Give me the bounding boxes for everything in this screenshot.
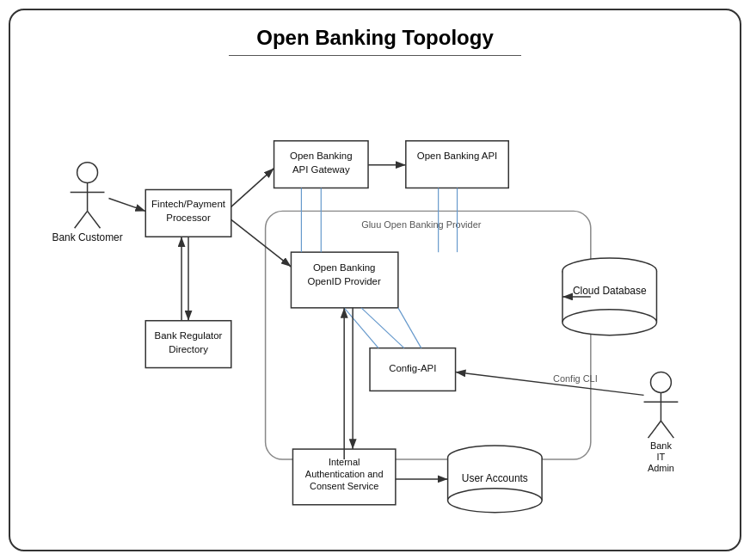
- internal-auth-label-line2: Authentication and: [305, 469, 384, 479]
- provider-box: [266, 211, 591, 459]
- config-cli-label: Config CLI: [553, 373, 598, 384]
- cloud-db-label-line1: Cloud Database: [573, 285, 647, 297]
- internal-auth-label-line3: Consent Service: [310, 481, 378, 491]
- bank-regulator-label-line1: Bank Regulator: [155, 330, 223, 341]
- diagram-frame: Open Banking Topology Bank Customer: [9, 9, 741, 551]
- fintech-label-line2: Processor: [166, 212, 211, 223]
- bank-it-admin-head: [650, 372, 671, 392]
- bank-it-admin-leg-left: [649, 421, 661, 438]
- arrow-fintech-to-gateway: [231, 169, 274, 207]
- config-api-label: Config-API: [389, 363, 436, 373]
- blue-line-2: [361, 308, 404, 348]
- blue-line-3: [398, 308, 421, 348]
- api-gateway-label-line1: Open Banking: [290, 151, 353, 161]
- arrow-fintech-to-provider: [231, 219, 292, 267]
- arrow-customer-to-fintech: [108, 198, 145, 211]
- bank-customer-leg-left: [75, 211, 88, 228]
- cloud-db-bottom-ellipse: [562, 310, 656, 335]
- bank-customer-head: [77, 163, 98, 183]
- open-banking-api-box: [406, 141, 508, 188]
- user-accounts-bottom-ellipse: [448, 489, 542, 513]
- fintech-label-line1: Fintech/Payment: [151, 199, 226, 209]
- bank-customer-label: Bank Customer: [52, 231, 122, 243]
- bank-regulator-label-line2: Directory: [169, 344, 208, 354]
- api-gateway-label-line2: API Gateway: [292, 164, 350, 175]
- user-accounts-label: User Accounts: [462, 472, 528, 484]
- blue-line-1: [344, 308, 378, 348]
- bank-it-admin-label-line3: Admin: [648, 463, 674, 473]
- bank-it-admin-leg-right: [661, 421, 673, 438]
- openid-label-line1: Open Banking: [313, 262, 376, 273]
- openid-label-line2: OpenID Provider: [308, 276, 381, 286]
- provider-label: Gluu Open Banking Provider: [361, 219, 482, 230]
- arrow-admin-to-config: [456, 372, 644, 395]
- bank-customer-leg-right: [88, 211, 101, 228]
- bank-it-admin-label-line2: IT: [657, 452, 666, 462]
- open-banking-api-label-line1: Open Banking API: [417, 151, 497, 161]
- bank-it-admin-label-line1: Bank: [650, 440, 672, 451]
